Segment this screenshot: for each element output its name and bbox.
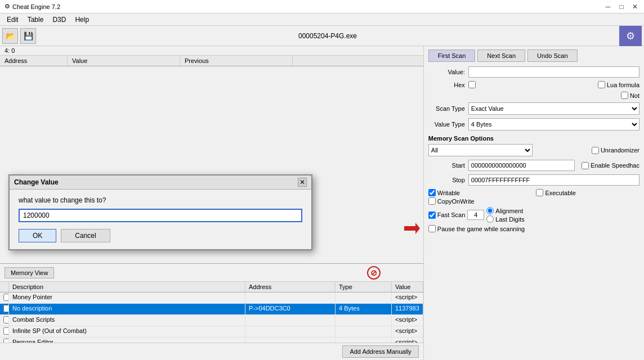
- dialog-title: Change Value: [14, 178, 59, 186]
- dialog-close-button[interactable]: ✕: [298, 178, 307, 187]
- dialog-prompt: what value to change this to?: [19, 196, 302, 204]
- dialog-value-input[interactable]: [19, 209, 302, 222]
- change-value-dialog: Change Value ✕ what value to change this…: [8, 174, 312, 250]
- dialog-buttons: OK Cancel: [19, 229, 302, 242]
- dialog-body: what value to change this to? OK Cancel: [10, 190, 311, 249]
- dialog-overlay: Change Value ✕ what value to change this…: [0, 0, 644, 360]
- dialog-titlebar: Change Value ✕: [10, 176, 311, 190]
- dialog-cancel-button[interactable]: Cancel: [61, 229, 110, 242]
- dialog-ok-button[interactable]: OK: [19, 229, 56, 242]
